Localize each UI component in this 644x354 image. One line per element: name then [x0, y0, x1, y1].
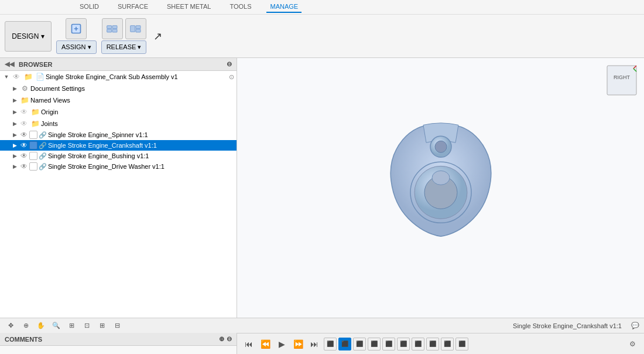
svg-rect-4 [112, 29, 117, 32]
browser-panel: ◀◀ BROWSER ⊖ ▼ 👁 📁 📄 Single Stroke Engin… [0, 58, 237, 318]
grid-icon[interactable]: ⊡ [81, 320, 93, 332]
bushing-eye-icon[interactable]: 👁 [20, 152, 28, 160]
timeline-icon-8[interactable]: ⬛ [426, 338, 439, 350]
tree-spinner[interactable]: ▶ 👁 🔗 Single Stroke Engine_Spinner v1:1 [0, 130, 237, 140]
spinner-comp-icon [29, 131, 37, 139]
bushing-arrow[interactable]: ▶ [11, 152, 19, 160]
timeline-icon-6[interactable]: ⬛ [397, 338, 410, 350]
bottom-section: ✥ ⊕ ✋ 🔍 ⊞ ⊡ ⊞ ⊟ Single Stroke Engine_Cra… [0, 318, 644, 354]
timeline-icon-7[interactable]: ⬛ [412, 338, 424, 350]
svg-point-17 [432, 171, 450, 185]
assign-icon-btn[interactable] [66, 18, 87, 39]
crankshaft-eye-icon[interactable]: 👁 [20, 141, 28, 149]
tree-joints[interactable]: ▶ 👁 📁 Joints [0, 118, 237, 130]
svg-rect-1 [107, 26, 111, 29]
zoom-icon[interactable]: 🔍 [50, 320, 62, 332]
timeline-icon-10[interactable]: ⬛ [455, 338, 468, 350]
tree-doc-settings[interactable]: ▶ ⚙ Document Settings [0, 83, 237, 94]
hand-icon[interactable]: ✋ [35, 320, 47, 332]
next-end-btn[interactable]: ⏭ [307, 337, 321, 351]
drive-washer-arrow[interactable]: ▶ [11, 162, 19, 171]
playbar: ⏮ ⏪ ▶ ⏩ ⏭ ⬛ ⬛ ⬛ ⬛ ⬛ ⬛ ⬛ ⬛ ⬛ ⬛ ⚙ [237, 333, 644, 354]
tab-surface[interactable]: SURFACE [114, 1, 152, 13]
tab-sheetmetal[interactable]: SHEET METAL [163, 1, 214, 13]
joints-arrow[interactable]: ▶ [11, 120, 19, 128]
display-settings-icon[interactable]: ⊟ [111, 320, 123, 332]
origin-eye-icon[interactable]: 👁 [20, 108, 28, 116]
playbar-settings-btn[interactable]: ⚙ [625, 337, 639, 351]
drive-washer-link-icon: 🔗 [39, 163, 47, 171]
svg-rect-8 [607, 66, 636, 95]
tree-root[interactable]: ▼ 👁 📁 📄 Single Stroke Engine_Crank Sub A… [0, 71, 237, 83]
move-icon[interactable]: ✥ [5, 320, 16, 332]
timeline-icon-4[interactable]: ⬛ [368, 338, 381, 350]
root-expand-arrow[interactable]: ▼ [2, 73, 11, 81]
zoom-fit-icon[interactable]: ⊞ [66, 320, 77, 332]
crankshaft-label: Single Stroke Engine_Crankshaft v1:1 [48, 142, 234, 149]
statusbar: ✥ ⊕ ✋ 🔍 ⊞ ⊡ ⊞ ⊟ Single Stroke Engine_Cra… [0, 318, 644, 333]
drive-washer-eye-icon[interactable]: 👁 [20, 162, 28, 171]
svg-rect-2 [107, 29, 111, 32]
named-views-arrow[interactable]: ▶ [11, 96, 19, 104]
tree-bushing[interactable]: ▶ 👁 🔗 Single Stroke Engine_Bushing v1:1 [0, 151, 237, 161]
tab-solid[interactable]: SOLID [76, 1, 102, 13]
drive-washer-comp-icon [29, 162, 37, 171]
crankshaft-comp-icon [29, 141, 37, 149]
crankshaft-arrow[interactable]: ▶ [11, 141, 19, 149]
spinner-eye-icon[interactable]: 👁 [20, 131, 28, 139]
joints-label: Joints [41, 120, 234, 127]
bushing-comp-icon [29, 152, 37, 160]
comments-title: COMMENTS [5, 336, 42, 343]
main-area: ◀◀ BROWSER ⊖ ▼ 👁 📁 📄 Single Stroke Engin… [0, 58, 644, 318]
orientation-cube[interactable]: RIGHT [604, 63, 639, 98]
release-button[interactable]: RELEASE ▾ [101, 40, 147, 54]
spinner-arrow[interactable]: ▶ [11, 131, 19, 139]
origin-arrow[interactable]: ▶ [11, 108, 19, 116]
timeline-icon-5[interactable]: ⬛ [382, 338, 395, 350]
play-btn[interactable]: ▶ [275, 337, 289, 351]
design-button[interactable]: DESIGN ▾ [5, 21, 52, 52]
tabs-row: SOLID SURFACE SHEET METAL TOOLS MANAGE [0, 0, 644, 15]
tree-origin[interactable]: ▶ 👁 📁 Origin [0, 106, 237, 118]
pan-icon[interactable]: ⊕ [20, 320, 32, 332]
tab-tools[interactable]: TOOLS [226, 1, 255, 13]
browser-content: ▼ 👁 📁 📄 Single Stroke Engine_Crank Sub A… [0, 71, 237, 318]
root-target-icon: ⊙ [229, 73, 234, 81]
svg-point-15 [435, 141, 447, 152]
release-icon1[interactable] [102, 18, 123, 39]
browser-header: ◀◀ BROWSER ⊖ [0, 58, 237, 71]
comments-menu-btn[interactable]: ⊖ [227, 335, 232, 343]
tree-named-views[interactable]: ▶ 📁 Named Views [0, 94, 237, 106]
icons-row: DESIGN ▾ ASSIGN ▾ [0, 15, 644, 57]
prev-btn[interactable]: ⏪ [258, 337, 272, 351]
timeline-icon-3[interactable]: ⬛ [353, 338, 366, 350]
timeline-icon-1[interactable]: ⬛ [324, 338, 337, 350]
release-icon2[interactable] [125, 18, 146, 39]
browser-collapse-btn[interactable]: ◀◀ [5, 60, 14, 68]
next-btn[interactable]: ⏩ [291, 337, 305, 351]
bushing-label: Single Stroke Engine_Bushing v1:1 [48, 152, 234, 159]
comments-add-btn[interactable]: ⊕ [219, 335, 224, 343]
timeline-icon-2[interactable]: ⬛ [338, 338, 351, 350]
root-vis-icon[interactable]: 👁 [12, 72, 21, 81]
svg-text:RIGHT: RIGHT [614, 74, 631, 80]
statusbar-chat-icon[interactable]: 💬 [631, 322, 639, 329]
origin-label: Origin [41, 108, 234, 115]
assign-section: ASSIGN ▾ [56, 18, 97, 54]
viewport[interactable]: RIGHT [237, 58, 644, 318]
crankshaft-link-icon: 🔗 [39, 142, 47, 149]
tree-drive-washer[interactable]: ▶ 👁 🔗 Single Stroke Engine_Drive Washer … [0, 161, 237, 172]
browser-menu-btn[interactable]: ⊖ [227, 60, 232, 68]
tab-manage[interactable]: MANAGE [266, 1, 302, 13]
doc-settings-arrow[interactable]: ▶ [11, 84, 19, 93]
cursor-indicator: ↗ [153, 30, 162, 43]
joints-eye-icon[interactable]: 👁 [20, 120, 28, 128]
root-folder-icon: 📁 [23, 72, 33, 81]
tree-crankshaft[interactable]: ▶ 👁 🔗 Single Stroke Engine_Crankshaft v1… [0, 140, 237, 151]
release-section: RELEASE ▾ [101, 18, 147, 54]
prev-start-btn[interactable]: ⏮ [242, 337, 256, 351]
display-icon[interactable]: ⊞ [96, 320, 108, 332]
joints-folder-icon: 📁 [30, 119, 40, 128]
assign-button[interactable]: ASSIGN ▾ [56, 40, 97, 54]
timeline-icon-9[interactable]: ⬛ [441, 338, 454, 350]
